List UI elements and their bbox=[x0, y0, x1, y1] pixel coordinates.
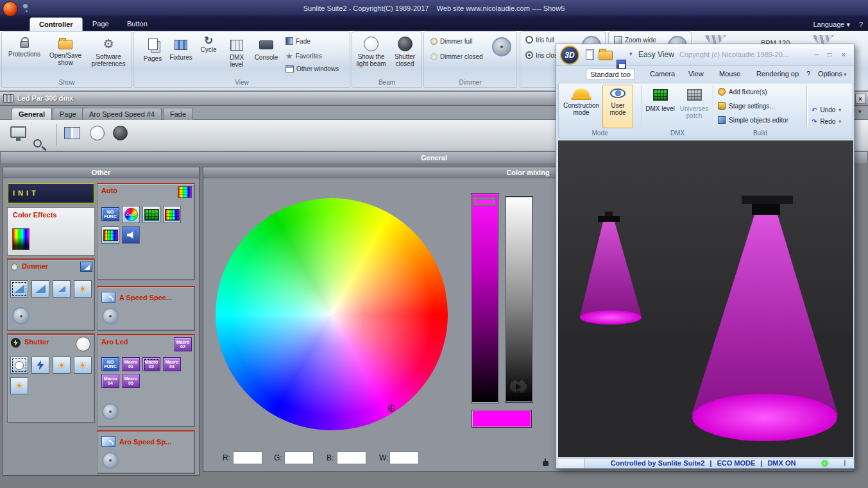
aro-speed-knob[interactable] bbox=[102, 452, 119, 469]
saturation-slider[interactable] bbox=[471, 193, 499, 403]
fixture-tab-general[interactable]: General bbox=[12, 108, 52, 120]
dimmer-knob[interactable] bbox=[492, 37, 511, 56]
dimmer-closed-button[interactable]: Dimmer closed bbox=[430, 53, 483, 60]
fixture-tab-page[interactable]: Page bbox=[53, 108, 83, 120]
menu-rendering[interactable]: Rendering op bbox=[753, 69, 803, 79]
construction-mode-button[interactable]: Construction mode bbox=[563, 85, 600, 128]
saturation-slider-handle[interactable] bbox=[473, 198, 495, 205]
search-icon[interactable] bbox=[33, 139, 42, 147]
easy-view-window[interactable]: 3D ▾ Easy View Copyright (c) Nicolaudie … bbox=[556, 44, 855, 469]
dimmer-preset-1[interactable] bbox=[10, 280, 28, 298]
help-button[interactable]: ? bbox=[859, 21, 863, 28]
fixture-tab-aro-speed[interactable]: Aro Speed Speed #4 bbox=[82, 108, 162, 120]
auto-color-button[interactable]: Color bbox=[122, 206, 140, 223]
brightness-slider[interactable] bbox=[505, 196, 533, 403]
add-fixtures-button[interactable]: Add fixture(s) bbox=[718, 88, 767, 96]
color-wheel[interactable] bbox=[216, 198, 448, 430]
open-icon[interactable] bbox=[599, 51, 613, 60]
toolbar-options-chevron[interactable]: ▾ bbox=[629, 51, 633, 57]
color-wheel-marker[interactable] bbox=[388, 405, 395, 412]
fixtures-button[interactable]: Fixtures bbox=[167, 36, 194, 61]
close-icon[interactable]: × bbox=[838, 50, 849, 60]
macro-05-button[interactable]: Macro 05 bbox=[122, 374, 140, 388]
macro-03-button[interactable]: Macro 03 bbox=[163, 357, 181, 371]
software-preferences-button[interactable]: ⚙ Software preferences bbox=[88, 35, 129, 67]
maximize-icon[interactable]: □ bbox=[824, 50, 835, 60]
cycle-button[interactable]: ↻ Cycle bbox=[196, 36, 221, 53]
aro-led-knob[interactable] bbox=[102, 403, 119, 420]
fixture-tab-fade[interactable]: Fade bbox=[163, 108, 193, 120]
minimize-icon[interactable]: ─ bbox=[812, 50, 822, 60]
red-input[interactable] bbox=[233, 451, 262, 464]
shutter-preset-5[interactable]: ☀ bbox=[10, 377, 28, 394]
blue-input[interactable] bbox=[337, 451, 366, 464]
menu-options[interactable]: Options bbox=[814, 69, 846, 79]
auto-sound-button[interactable] bbox=[122, 226, 140, 244]
simple-objects-editor-button[interactable]: Simple objects editor bbox=[718, 116, 788, 124]
menu-help[interactable]: ? bbox=[803, 69, 814, 79]
macro-02-button[interactable]: Macro 02 bbox=[142, 357, 160, 371]
tab-button[interactable]: Button bbox=[118, 17, 157, 31]
tab-overflow-button[interactable]: ▾ bbox=[858, 108, 862, 115]
menu-camera[interactable]: Camera bbox=[646, 69, 679, 79]
auto-rainbow-matrix-button[interactable] bbox=[163, 206, 181, 223]
shutter-preset-4[interactable]: ☀ bbox=[74, 357, 92, 374]
stage-3d-canvas[interactable] bbox=[558, 140, 853, 457]
dimmer-preset-2[interactable] bbox=[31, 280, 49, 298]
iris-full-button[interactable]: Iris full bbox=[525, 36, 554, 44]
auto-no-func-button[interactable]: NO FUNC bbox=[101, 207, 119, 221]
auto-green-matrix-button[interactable] bbox=[142, 206, 160, 223]
dimmer-full-button[interactable]: Dimmer full bbox=[430, 38, 473, 45]
pages-button[interactable]: Pages bbox=[139, 36, 166, 62]
favorites-toggle[interactable]: ★Favorites bbox=[285, 51, 322, 61]
dimmer-corner-icon[interactable] bbox=[80, 262, 92, 272]
brightness-slider-handle[interactable] bbox=[510, 380, 527, 392]
beam-closed-button[interactable] bbox=[113, 126, 128, 140]
dimmer-preset-3[interactable] bbox=[53, 280, 71, 298]
stage-settings-button[interactable]: Stage settings... bbox=[718, 102, 775, 110]
undo-button[interactable]: ↶Undo▾ bbox=[812, 106, 841, 114]
protections-button[interactable]: Protections bbox=[6, 35, 43, 58]
menu-mouse[interactable]: Mouse bbox=[715, 69, 744, 79]
beam-open-button[interactable] bbox=[90, 126, 105, 140]
layout-split-button[interactable] bbox=[64, 127, 80, 139]
ev-dmx-level-button[interactable]: DMX level bbox=[645, 85, 676, 128]
display-mode-button[interactable] bbox=[10, 126, 26, 138]
dimmer-panel-knob[interactable] bbox=[12, 307, 30, 324]
stage-3d-viewport[interactable] bbox=[558, 140, 853, 457]
menu-standard-toolbar[interactable]: Standard too bbox=[586, 69, 635, 80]
macro-01-button[interactable]: Macro 01 bbox=[122, 357, 140, 371]
shutter-closed-button[interactable]: Shutter closed bbox=[389, 35, 420, 67]
easy-view-titlebar[interactable]: 3D ▾ Easy View Copyright (c) Nicolaudie … bbox=[556, 44, 854, 66]
small-fixture[interactable] bbox=[598, 216, 620, 222]
open-save-show-button[interactable]: Open/Save show bbox=[46, 35, 85, 66]
resize-grip-icon[interactable]: ⋮ bbox=[841, 459, 848, 467]
shutter-preset-3[interactable]: ☀ bbox=[53, 357, 71, 374]
joystick-icon[interactable] bbox=[543, 461, 549, 466]
green-input[interactable] bbox=[284, 451, 314, 464]
init-button[interactable]: INIT bbox=[7, 183, 95, 204]
auto-rainbow-matrix-button-2[interactable] bbox=[101, 226, 119, 244]
tab-controller[interactable]: Controller bbox=[30, 17, 83, 31]
console-button[interactable]: Console bbox=[252, 36, 280, 61]
large-fixture[interactable] bbox=[752, 204, 780, 215]
shutter-open-indicator[interactable] bbox=[76, 337, 90, 351]
show-light-beam-button[interactable]: Show the light beam bbox=[354, 35, 388, 67]
shutter-preset-2[interactable] bbox=[31, 357, 49, 374]
universes-patch-button[interactable]: Universes patch bbox=[677, 85, 711, 128]
fade-toggle[interactable]: Fade bbox=[285, 37, 311, 45]
color-effects-button[interactable]: Color Effects bbox=[7, 207, 95, 256]
a-speed-knob[interactable] bbox=[102, 308, 119, 324]
language-menu[interactable]: Language ▾ bbox=[813, 21, 850, 29]
redo-button[interactable]: ↷Redo▾ bbox=[812, 118, 841, 125]
tab-page[interactable]: Page bbox=[83, 17, 118, 31]
dmx-level-button[interactable]: DMX level bbox=[223, 36, 251, 68]
shutter-preset-1[interactable] bbox=[10, 357, 28, 374]
aro-led-no-func-button[interactable]: NO FUNC bbox=[101, 357, 119, 371]
macro-04-button[interactable]: Macro 04 bbox=[101, 374, 119, 388]
aro-led-corner-macro[interactable]: Macro 02 bbox=[174, 337, 192, 351]
white-input[interactable] bbox=[389, 451, 419, 464]
fixture-close-button[interactable]: × bbox=[855, 94, 865, 104]
dimmer-preset-4[interactable]: ☀ bbox=[74, 280, 92, 298]
other-windows-button[interactable]: Other windows bbox=[285, 65, 339, 72]
